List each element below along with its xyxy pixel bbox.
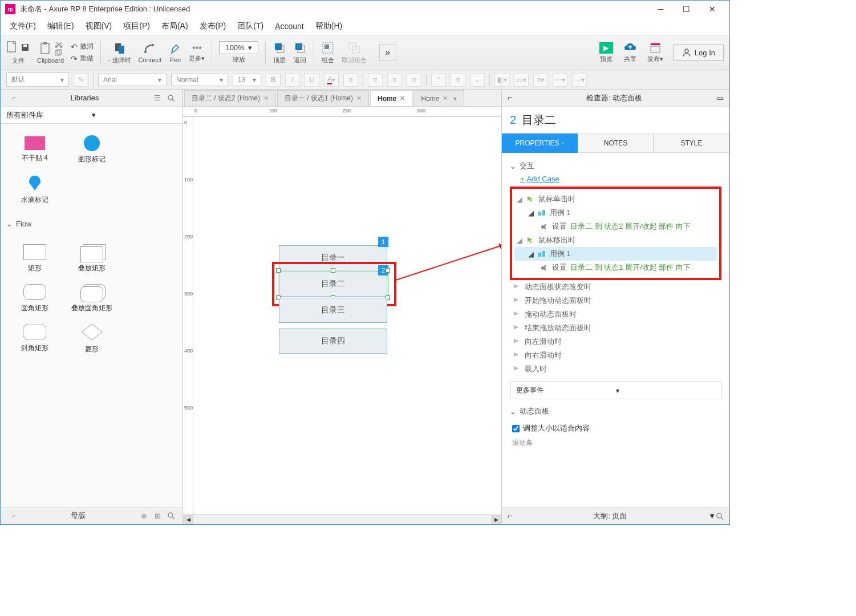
lib-rect[interactable]: 矩形 xyxy=(6,238,63,278)
text-color[interactable]: A▾ xyxy=(324,73,339,87)
event-swiperight[interactable]: 向右滑动时 xyxy=(510,348,721,362)
tab-notes[interactable]: NOTES xyxy=(578,133,654,153)
clear-style[interactable]: ✎ xyxy=(74,73,88,87)
valign-bot[interactable]: ⌄ xyxy=(470,73,485,87)
collapse-icon[interactable]: ⌐ xyxy=(508,94,512,102)
line-color[interactable]: ▭▾ xyxy=(514,73,529,87)
tab-3[interactable]: Home✕▾ xyxy=(413,90,464,106)
close-icon[interactable]: ✕ xyxy=(356,95,362,102)
event-onclick[interactable]: ◢ 鼠标单击时 xyxy=(514,192,717,206)
filter-icon[interactable]: ▼ xyxy=(708,512,716,520)
tab-style[interactable]: STYLE xyxy=(654,133,729,153)
panel-section[interactable]: ⌄动态面板 xyxy=(510,406,721,416)
event-swipeleft[interactable]: 向左滑动时 xyxy=(510,335,721,348)
event-drag[interactable]: 拖动动态面板时 xyxy=(510,307,721,321)
tb-group[interactable]: 组合 xyxy=(321,41,335,64)
menu-view[interactable]: 视图(V) xyxy=(81,19,117,34)
tab-1[interactable]: 目录一 / 状态1 (Home)✕ xyxy=(277,90,369,106)
tb-clipboard[interactable]: Clipboard xyxy=(37,41,64,64)
valign-mid[interactable]: ≡ xyxy=(451,73,465,87)
add-folder-icon[interactable]: ⊕ xyxy=(138,510,149,521)
widget-menu3[interactable]: 目录三 xyxy=(279,298,387,323)
align-center[interactable]: ≡ xyxy=(387,73,402,87)
event-action1[interactable]: 设置 目录二 到 状态2 展开/收起 部件 向下 xyxy=(514,220,717,233)
lib-bevel[interactable]: 斜角矩形 xyxy=(6,318,63,358)
tab-2[interactable]: Home✕ xyxy=(370,90,412,106)
add-page-icon[interactable]: ⊞ xyxy=(152,510,163,521)
menu-account[interactable]: Account xyxy=(270,19,309,33)
event-load[interactable]: 载入时 xyxy=(510,362,721,376)
tb-back[interactable]: 返回 xyxy=(293,41,307,64)
menu-publish[interactable]: 发布(P) xyxy=(195,19,231,34)
canvas[interactable]: 目录一 1 目录二 2 目录三 xyxy=(193,117,501,514)
search-icon[interactable] xyxy=(716,512,724,520)
undo-button[interactable]: ↶撤消 xyxy=(71,42,94,51)
more-events-dropdown[interactable]: 更多事件 ▾ xyxy=(510,382,721,399)
lib-diamond[interactable]: 菱形 xyxy=(63,318,120,358)
event-onmouseout[interactable]: ◢ 鼠标移出时 xyxy=(514,233,717,247)
event-statechange[interactable]: 动态面板状态改变时 xyxy=(510,280,721,294)
font-select[interactable]: Arial▾ xyxy=(98,74,167,86)
italic-button[interactable]: I xyxy=(285,73,300,87)
line-style[interactable]: ⋯▾ xyxy=(553,73,567,87)
lib-round-rect[interactable]: 圆角矩形 xyxy=(6,278,63,318)
horizontal-scrollbar[interactable]: ◀ ▶ xyxy=(183,514,501,524)
close-icon[interactable]: ✕ xyxy=(400,95,405,102)
line-width[interactable]: ≡▾ xyxy=(533,73,548,87)
tb-pen[interactable]: Pen xyxy=(168,42,182,63)
tb-front[interactable]: 顶层 xyxy=(273,41,286,64)
align-left[interactable]: ≡ xyxy=(368,73,383,87)
flow-section[interactable]: ⌄ Flow xyxy=(1,215,182,233)
size-select[interactable]: 13▾ xyxy=(233,74,261,86)
lib-circle-marker[interactable]: 图形标记 xyxy=(63,129,120,169)
login-button[interactable]: Log In xyxy=(674,44,724,61)
tb-share[interactable]: 共享 xyxy=(623,42,637,63)
event-dragend[interactable]: 结束拖放动态面板时 xyxy=(510,321,721,335)
tb-select[interactable]: ⌐ 选择时 xyxy=(108,41,131,64)
close-icon[interactable]: ✕ xyxy=(263,95,269,102)
valign-top[interactable]: ⌃ xyxy=(431,73,446,87)
add-case-link[interactable]: +Add Case xyxy=(520,175,721,183)
arrow-style[interactable]: →▾ xyxy=(572,73,587,87)
event-dragstart[interactable]: 开始拖动动态面板时 xyxy=(510,294,721,307)
tb-ungroup[interactable]: 取消组合 xyxy=(342,41,367,64)
event-action2[interactable]: 设置 目录二 到 状态1 展开/收起 部件 向下 xyxy=(514,261,717,274)
menu-team[interactable]: 团队(T) xyxy=(233,19,268,34)
lib-sticky[interactable]: 不干贴 4 xyxy=(6,129,63,169)
underline-button[interactable]: U xyxy=(305,73,319,87)
lib-stack-round[interactable]: 叠放圆角矩形 xyxy=(63,278,120,318)
collapse-icon[interactable]: ⌐ xyxy=(508,512,512,520)
tab-properties[interactable]: PROPERTIES• xyxy=(502,133,578,153)
tb-preview[interactable]: ▶ 预览 xyxy=(599,42,613,63)
tb-file[interactable]: 文件 xyxy=(6,40,30,65)
menu-help[interactable]: 帮助(H) xyxy=(311,19,347,34)
overflow-button[interactable]: » xyxy=(379,44,396,61)
widget-menu4[interactable]: 目录四 xyxy=(279,329,387,354)
interactions-section[interactable]: ⌄交互 xyxy=(510,161,721,171)
lib-stack-rect[interactable]: 叠放矩形 xyxy=(63,238,120,278)
menu-icon[interactable]: ☰ xyxy=(152,92,163,104)
weight-select[interactable]: Normal▾ xyxy=(171,74,228,86)
maximize-button[interactable]: ☐ xyxy=(674,1,699,17)
menu-file[interactable]: 文件(F) xyxy=(5,19,40,34)
lib-drop-marker[interactable]: 水滴标记 xyxy=(6,169,63,209)
collapse-icon[interactable]: ⌐ xyxy=(9,92,20,104)
library-dropdown[interactable]: 所有部件库 ▾ xyxy=(1,107,182,124)
page-icon[interactable]: ▭ xyxy=(717,94,724,102)
fit-content-checkbox[interactable]: 调整大小以适合内容 xyxy=(510,420,721,437)
close-icon[interactable]: ✕ xyxy=(443,95,448,102)
tb-publish[interactable]: 发布▾ xyxy=(647,42,663,63)
menu-project[interactable]: 项目(P) xyxy=(119,19,155,34)
tb-zoom[interactable]: 100% ▾ 缩放 xyxy=(219,41,258,64)
align-right[interactable]: ≡ xyxy=(407,73,421,87)
search-icon[interactable] xyxy=(165,92,177,104)
tab-0[interactable]: 目录二 / 状态2 (Home)✕ xyxy=(184,90,276,106)
bold-button[interactable]: B xyxy=(266,73,281,87)
style-select[interactable]: 默认▾ xyxy=(6,72,69,87)
collapse-icon[interactable]: ⌐ xyxy=(9,510,20,521)
tb-connect[interactable]: Connect xyxy=(138,42,161,63)
event-case1[interactable]: ◢ 用例 1 xyxy=(514,206,717,220)
menu-edit[interactable]: 编辑(E) xyxy=(43,19,79,34)
minimize-button[interactable]: ─ xyxy=(648,1,674,17)
close-button[interactable]: ✕ xyxy=(699,1,725,17)
